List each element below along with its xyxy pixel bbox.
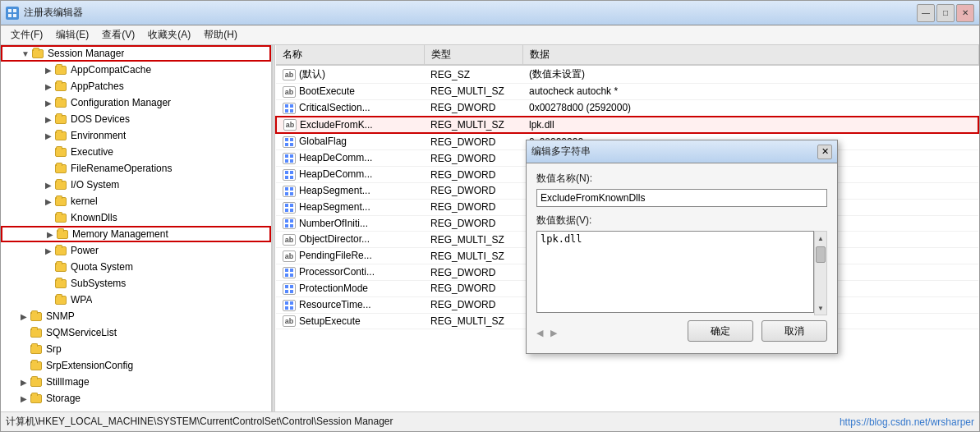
scroll-thumb[interactable] [816,246,826,263]
col-header-name[interactable]: 名称 [276,45,424,65]
scroll-up-button[interactable]: ▲ [815,232,826,245]
svg-rect-7 [290,109,293,113]
table-row[interactable]: CriticalSection...REG_DWORD0x00278d00 (2… [276,99,978,116]
scroll-thumb-area [815,245,826,301]
tree-item-srp[interactable]: Srp [1,341,271,357]
tree-item-environment[interactable]: ▶ Environment [1,127,271,144]
tree-expander[interactable]: ▼ [19,47,32,60]
table-row[interactable]: abExcludeFromK...REG_MULTI_SZlpk.dll [276,117,978,134]
status-url: https://blog.csdn.net/wrsharper [840,416,974,428]
tree-item-storage[interactable]: ▶ Storage [1,390,271,407]
dialog-name-input[interactable] [536,189,827,207]
menu-view[interactable]: 查看(V) [95,26,141,44]
tree-label-srpext: SrpExtensionConfig [46,360,133,371]
svg-rect-13 [290,154,293,158]
folder-icon [32,48,45,59]
tree-expander-si: ▶ [17,375,30,388]
svg-rect-15 [290,159,293,163]
tree-expander-qs [42,260,55,273]
tree-item-session-manager[interactable]: ▼ Session Manager [1,45,271,62]
tree-item-sqmservicelist[interactable]: SQMServiceList [1,324,271,341]
tree-item-kernel[interactable]: ▶ kernel [1,193,271,209]
col-header-type[interactable]: 类型 [424,45,522,65]
tree-label-ex: Executive [71,146,113,158]
folder-icon-io [55,179,68,191]
tree-label-cm: Configuration Manager [71,97,171,108]
tree-item-snmp[interactable]: ▶ SNMP [1,308,271,324]
folder-icon-srpext [30,360,44,371]
svg-rect-28 [285,219,288,223]
svg-rect-33 [290,269,293,272]
title-bar: 注册表编辑器 — □ ✕ [1,1,979,25]
dialog-data-textarea[interactable] [536,231,814,313]
folder-icon-cm [55,97,68,108]
tree-item-executive[interactable]: Executive [1,144,271,160]
table-row[interactable]: ab(默认)REG_SZ(数值未设置) [276,65,978,84]
tree-item-wpa[interactable]: WPA [1,292,271,308]
tree-label-srp: Srp [46,343,62,355]
reg-name-cell: ab(默认) [276,65,424,84]
folder-icon-st [30,393,44,404]
tree-item-appcompatcache[interactable]: ▶ AppCompatCache [1,62,271,78]
folder-icon-srp [30,343,44,355]
reg-icon-ab: ab [283,315,296,327]
tree-label-si: StillImage [46,376,90,388]
tree-item-filerename[interactable]: FileRenameOperations [1,160,271,177]
tree-item-apppatches[interactable]: ▶ AppPatches [1,78,271,94]
tree-item-quotasystem[interactable]: Quota System [1,259,271,275]
menu-help[interactable]: 帮助(H) [197,26,244,44]
tree-item-knowndlls[interactable]: KnownDlls [1,209,271,226]
reg-name-cell: ProtectionMode [276,280,424,296]
tree-expander-srp [17,342,30,356]
tree-item-dosdevices[interactable]: ▶ DOS Devices [1,111,271,127]
reg-data-cell: lpk.dll [522,117,978,134]
scroll-down-button[interactable]: ▼ [815,301,826,315]
reg-type-cell: REG_DWORD [424,133,522,149]
close-button[interactable]: ✕ [956,4,974,22]
maximize-button[interactable]: □ [936,4,955,22]
reg-type-cell: REG_MULTI_SZ [424,117,522,134]
svg-rect-38 [285,290,288,293]
menu-file[interactable]: 文件(F) [4,26,49,44]
reg-name-cell: CriticalSection... [276,99,424,116]
table-row[interactable]: abBootExecuteREG_MULTI_SZautocheck autoc… [276,84,978,100]
tree-item-configmanager[interactable]: ▶ Configuration Manager [1,94,271,111]
tree-expander-srpext [17,359,30,372]
reg-name-cell: abExcludeFromK... [276,117,424,134]
svg-rect-18 [285,176,288,179]
reg-type-cell: REG_DWORD [424,280,522,296]
folder-icon-fr [55,163,68,174]
minimize-button[interactable]: — [917,4,935,22]
svg-rect-24 [285,204,288,207]
dialog-close-button[interactable]: ✕ [817,145,832,159]
dialog-ok-button[interactable]: 确定 [688,320,753,342]
menu-edit[interactable]: 编辑(E) [49,26,95,44]
tree-item-memmanagement[interactable]: ▶ Memory Management [1,226,271,242]
tree-expander-st: ▶ [17,392,30,405]
tree-item-subsystems[interactable]: SubSystems [1,275,271,292]
tree-item-stillimage[interactable]: ▶ StillImage [1,374,271,390]
dialog-cancel-button[interactable]: 取消 [761,320,827,342]
tree-expander-kd [42,211,55,224]
reg-type-cell: REG_SZ [424,65,522,84]
tree-expander-ap: ▶ [42,80,55,93]
tree-item-iosystem[interactable]: ▶ I/O System [1,177,271,193]
reg-type-cell: REG_DWORD [424,296,522,313]
svg-rect-26 [285,209,288,212]
menu-favorites[interactable]: 收藏夹(A) [141,26,197,44]
svg-rect-16 [285,171,288,174]
tree-item-power[interactable]: ▶ Power [1,242,271,259]
reg-name-cell: HeapSegment... [276,199,424,215]
reg-name-cell: abPendingFileRe... [276,248,424,264]
reg-icon-ab: ab [283,69,296,80]
svg-rect-39 [290,290,293,293]
reg-name-cell: HeapDeComm... [276,167,424,183]
menu-bar: 文件(F) 编辑(E) 查看(V) 收藏夹(A) 帮助(H) [1,25,979,45]
folder-icon-kd [55,212,68,223]
dialog-textarea-container: ▲ ▼ [536,231,827,315]
svg-rect-11 [290,143,293,146]
svg-rect-14 [285,159,288,163]
col-header-data[interactable]: 数据 [522,45,978,65]
tree-item-srpextensionconfig[interactable]: SrpExtensionConfig [1,357,271,374]
svg-rect-29 [290,219,293,223]
